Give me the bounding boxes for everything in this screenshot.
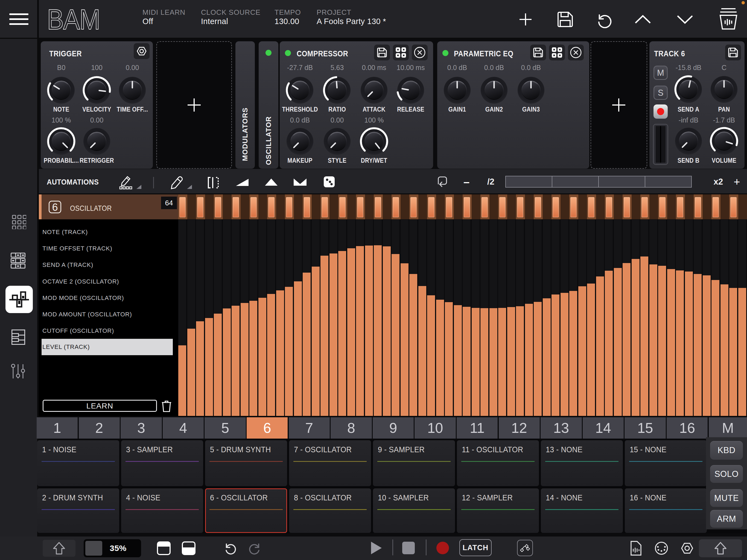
svg-text:BAM: BAM — [47, 4, 100, 34]
